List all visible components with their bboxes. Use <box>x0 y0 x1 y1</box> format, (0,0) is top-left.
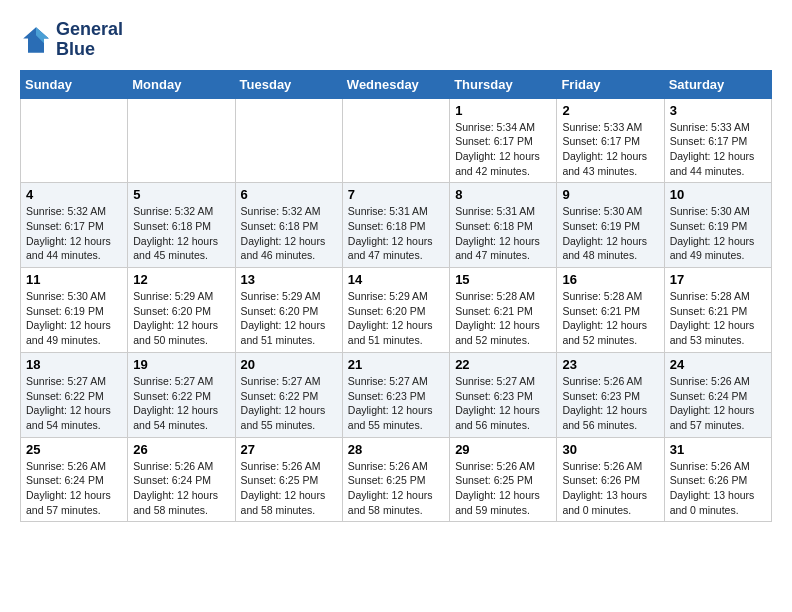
calendar-cell: 21Sunrise: 5:27 AM Sunset: 6:23 PM Dayli… <box>342 352 449 437</box>
day-info: Sunrise: 5:30 AM Sunset: 6:19 PM Dayligh… <box>670 204 766 263</box>
logo: General Blue <box>20 20 123 60</box>
calendar-cell: 4Sunrise: 5:32 AM Sunset: 6:17 PM Daylig… <box>21 183 128 268</box>
calendar-week-2: 4Sunrise: 5:32 AM Sunset: 6:17 PM Daylig… <box>21 183 772 268</box>
calendar-week-1: 1Sunrise: 5:34 AM Sunset: 6:17 PM Daylig… <box>21 98 772 183</box>
day-info: Sunrise: 5:34 AM Sunset: 6:17 PM Dayligh… <box>455 120 551 179</box>
calendar-cell <box>235 98 342 183</box>
calendar-cell: 28Sunrise: 5:26 AM Sunset: 6:25 PM Dayli… <box>342 437 449 522</box>
day-number: 9 <box>562 187 658 202</box>
calendar-cell: 8Sunrise: 5:31 AM Sunset: 6:18 PM Daylig… <box>450 183 557 268</box>
day-number: 29 <box>455 442 551 457</box>
day-info: Sunrise: 5:26 AM Sunset: 6:23 PM Dayligh… <box>562 374 658 433</box>
calendar-cell: 7Sunrise: 5:31 AM Sunset: 6:18 PM Daylig… <box>342 183 449 268</box>
day-number: 30 <box>562 442 658 457</box>
logo-icon <box>20 24 52 56</box>
day-number: 26 <box>133 442 229 457</box>
calendar-cell <box>21 98 128 183</box>
calendar-cell: 11Sunrise: 5:30 AM Sunset: 6:19 PM Dayli… <box>21 268 128 353</box>
weekday-header-friday: Friday <box>557 70 664 98</box>
day-info: Sunrise: 5:30 AM Sunset: 6:19 PM Dayligh… <box>562 204 658 263</box>
day-info: Sunrise: 5:27 AM Sunset: 6:23 PM Dayligh… <box>348 374 444 433</box>
day-info: Sunrise: 5:28 AM Sunset: 6:21 PM Dayligh… <box>562 289 658 348</box>
day-number: 18 <box>26 357 122 372</box>
calendar-table: SundayMondayTuesdayWednesdayThursdayFrid… <box>20 70 772 523</box>
day-info: Sunrise: 5:26 AM Sunset: 6:26 PM Dayligh… <box>562 459 658 518</box>
calendar-cell: 6Sunrise: 5:32 AM Sunset: 6:18 PM Daylig… <box>235 183 342 268</box>
day-info: Sunrise: 5:32 AM Sunset: 6:18 PM Dayligh… <box>241 204 337 263</box>
weekday-header-wednesday: Wednesday <box>342 70 449 98</box>
day-info: Sunrise: 5:33 AM Sunset: 6:17 PM Dayligh… <box>562 120 658 179</box>
calendar-week-5: 25Sunrise: 5:26 AM Sunset: 6:24 PM Dayli… <box>21 437 772 522</box>
calendar-cell: 16Sunrise: 5:28 AM Sunset: 6:21 PM Dayli… <box>557 268 664 353</box>
calendar-cell: 15Sunrise: 5:28 AM Sunset: 6:21 PM Dayli… <box>450 268 557 353</box>
calendar-week-4: 18Sunrise: 5:27 AM Sunset: 6:22 PM Dayli… <box>21 352 772 437</box>
calendar-cell: 24Sunrise: 5:26 AM Sunset: 6:24 PM Dayli… <box>664 352 771 437</box>
calendar-cell: 2Sunrise: 5:33 AM Sunset: 6:17 PM Daylig… <box>557 98 664 183</box>
day-info: Sunrise: 5:26 AM Sunset: 6:24 PM Dayligh… <box>670 374 766 433</box>
weekday-header-saturday: Saturday <box>664 70 771 98</box>
day-info: Sunrise: 5:29 AM Sunset: 6:20 PM Dayligh… <box>348 289 444 348</box>
day-info: Sunrise: 5:33 AM Sunset: 6:17 PM Dayligh… <box>670 120 766 179</box>
day-info: Sunrise: 5:27 AM Sunset: 6:22 PM Dayligh… <box>133 374 229 433</box>
day-number: 12 <box>133 272 229 287</box>
day-number: 24 <box>670 357 766 372</box>
day-info: Sunrise: 5:26 AM Sunset: 6:26 PM Dayligh… <box>670 459 766 518</box>
day-number: 10 <box>670 187 766 202</box>
day-number: 31 <box>670 442 766 457</box>
day-number: 11 <box>26 272 122 287</box>
day-number: 2 <box>562 103 658 118</box>
day-info: Sunrise: 5:27 AM Sunset: 6:22 PM Dayligh… <box>26 374 122 433</box>
day-info: Sunrise: 5:26 AM Sunset: 6:24 PM Dayligh… <box>133 459 229 518</box>
calendar-cell: 22Sunrise: 5:27 AM Sunset: 6:23 PM Dayli… <box>450 352 557 437</box>
calendar-cell: 30Sunrise: 5:26 AM Sunset: 6:26 PM Dayli… <box>557 437 664 522</box>
weekday-header-monday: Monday <box>128 70 235 98</box>
calendar-cell: 29Sunrise: 5:26 AM Sunset: 6:25 PM Dayli… <box>450 437 557 522</box>
day-info: Sunrise: 5:26 AM Sunset: 6:25 PM Dayligh… <box>348 459 444 518</box>
weekday-header-tuesday: Tuesday <box>235 70 342 98</box>
calendar-cell: 1Sunrise: 5:34 AM Sunset: 6:17 PM Daylig… <box>450 98 557 183</box>
calendar-cell <box>128 98 235 183</box>
day-number: 3 <box>670 103 766 118</box>
weekday-header-thursday: Thursday <box>450 70 557 98</box>
calendar-header: SundayMondayTuesdayWednesdayThursdayFrid… <box>21 70 772 98</box>
calendar-cell: 9Sunrise: 5:30 AM Sunset: 6:19 PM Daylig… <box>557 183 664 268</box>
day-number: 28 <box>348 442 444 457</box>
day-info: Sunrise: 5:26 AM Sunset: 6:24 PM Dayligh… <box>26 459 122 518</box>
day-number: 16 <box>562 272 658 287</box>
calendar-cell: 13Sunrise: 5:29 AM Sunset: 6:20 PM Dayli… <box>235 268 342 353</box>
calendar-cell: 20Sunrise: 5:27 AM Sunset: 6:22 PM Dayli… <box>235 352 342 437</box>
day-number: 14 <box>348 272 444 287</box>
day-number: 22 <box>455 357 551 372</box>
day-number: 5 <box>133 187 229 202</box>
logo-text: General Blue <box>56 20 123 60</box>
day-number: 7 <box>348 187 444 202</box>
day-number: 27 <box>241 442 337 457</box>
calendar-cell <box>342 98 449 183</box>
day-number: 25 <box>26 442 122 457</box>
day-info: Sunrise: 5:31 AM Sunset: 6:18 PM Dayligh… <box>348 204 444 263</box>
day-info: Sunrise: 5:27 AM Sunset: 6:23 PM Dayligh… <box>455 374 551 433</box>
calendar-cell: 5Sunrise: 5:32 AM Sunset: 6:18 PM Daylig… <box>128 183 235 268</box>
day-number: 6 <box>241 187 337 202</box>
calendar-cell: 17Sunrise: 5:28 AM Sunset: 6:21 PM Dayli… <box>664 268 771 353</box>
day-number: 23 <box>562 357 658 372</box>
day-number: 1 <box>455 103 551 118</box>
day-number: 4 <box>26 187 122 202</box>
day-info: Sunrise: 5:31 AM Sunset: 6:18 PM Dayligh… <box>455 204 551 263</box>
day-info: Sunrise: 5:28 AM Sunset: 6:21 PM Dayligh… <box>455 289 551 348</box>
day-number: 13 <box>241 272 337 287</box>
calendar-cell: 23Sunrise: 5:26 AM Sunset: 6:23 PM Dayli… <box>557 352 664 437</box>
calendar-week-3: 11Sunrise: 5:30 AM Sunset: 6:19 PM Dayli… <box>21 268 772 353</box>
calendar-cell: 18Sunrise: 5:27 AM Sunset: 6:22 PM Dayli… <box>21 352 128 437</box>
calendar-cell: 10Sunrise: 5:30 AM Sunset: 6:19 PM Dayli… <box>664 183 771 268</box>
weekday-header-sunday: Sunday <box>21 70 128 98</box>
day-number: 17 <box>670 272 766 287</box>
calendar-cell: 27Sunrise: 5:26 AM Sunset: 6:25 PM Dayli… <box>235 437 342 522</box>
day-info: Sunrise: 5:26 AM Sunset: 6:25 PM Dayligh… <box>241 459 337 518</box>
calendar-cell: 12Sunrise: 5:29 AM Sunset: 6:20 PM Dayli… <box>128 268 235 353</box>
day-info: Sunrise: 5:32 AM Sunset: 6:18 PM Dayligh… <box>133 204 229 263</box>
page-header: General Blue <box>20 20 772 60</box>
calendar-cell: 14Sunrise: 5:29 AM Sunset: 6:20 PM Dayli… <box>342 268 449 353</box>
day-info: Sunrise: 5:32 AM Sunset: 6:17 PM Dayligh… <box>26 204 122 263</box>
day-number: 15 <box>455 272 551 287</box>
